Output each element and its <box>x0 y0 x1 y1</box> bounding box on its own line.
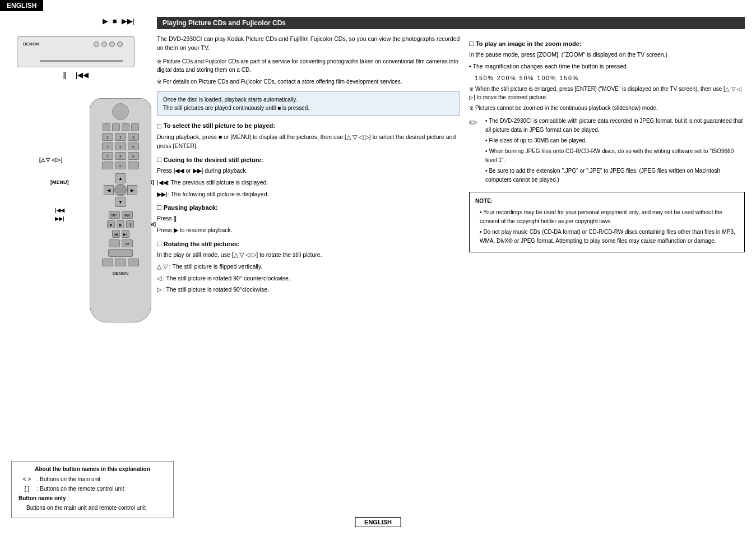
remote-btn-13: 9 <box>128 152 139 160</box>
dpad-center <box>114 184 127 196</box>
dpad-left: ◀ <box>104 185 114 195</box>
stop-icon: ■ <box>113 17 117 25</box>
cueing-line-0: Press |◀◀ or ▶▶| during playback. <box>157 166 460 176</box>
remote-btn-6: 2 <box>115 133 126 141</box>
dpad-up: ▲ <box>115 173 126 183</box>
remote-button-rows: 1 2 3 4 5 6 7 8 9 <box>92 123 149 266</box>
device-button-3 <box>109 41 115 47</box>
star-note-2: ※ For details on Picture CDs and Fujicol… <box>157 77 460 86</box>
intro-text: The DVD-2930CI can play Kodak Picture CD… <box>157 35 460 53</box>
device-button-2 <box>101 41 107 47</box>
remote-btn-11: 7 <box>102 152 113 160</box>
remote-btn-menu: MNU <box>122 211 133 219</box>
pencil-note-2: • When burning JPEG files onto CD-R/CD-R… <box>485 147 745 165</box>
device-brand: DENON <box>23 41 39 47</box>
remote-dpad: ▲ ▼ ◀ ▶ <box>104 173 137 207</box>
pausing-line-1: Press ▶ to resume playback. <box>157 225 460 235</box>
remote-btn-22 <box>109 239 120 247</box>
remote-brand-logo: DENON <box>92 271 149 276</box>
star-note-1: ※ Picture CDs and Fujicolor CDs are part… <box>157 57 460 74</box>
language-footer: ENGLISH <box>355 517 401 527</box>
rotating-intro: In the play or still mode, use [△ ▽ ◁ ▷]… <box>157 250 460 260</box>
dvd-player-device: DENON <box>17 36 134 67</box>
remote-btn-4 <box>131 123 139 131</box>
remote-btn-17: ■ <box>107 220 115 228</box>
dpad-down: ▼ <box>115 197 126 207</box>
remote-btn-9: 5 <box>115 142 126 150</box>
pencil-note-0: • The DVD-2930CI is compatible with pict… <box>485 117 745 135</box>
legend-bold-only: Button name only <box>18 495 66 501</box>
play-icon: ▶ <box>103 17 108 25</box>
remote-btn-12: 8 <box>115 152 126 160</box>
star-symbol-1: ※ <box>157 58 163 64</box>
disc-slot <box>40 60 123 62</box>
prev-label: |◀◀ <box>55 207 64 213</box>
rotating-line-0: △ ▽ : The still picture is flipped verti… <box>157 262 460 271</box>
left-column: The DVD-2930CI can play Kodak Picture CD… <box>157 35 460 297</box>
device-button-1 <box>94 41 99 47</box>
zoom-star1: ※ When the still picture is enlarged, pr… <box>469 85 745 102</box>
star-symbol-2: ※ <box>157 79 163 85</box>
remote-btn-14 <box>102 162 113 169</box>
remote-btn-wide <box>108 249 133 257</box>
remote-btn-16 <box>128 162 139 169</box>
pencil-note-3: • Be sure to add the extension ".JPG" or… <box>485 167 745 185</box>
remote-btn-21: ▶| <box>122 230 129 238</box>
remote-btn-zoom: ZM <box>122 239 133 247</box>
cueing-line-1: |◀◀: The previous still picture is displ… <box>157 178 460 187</box>
pencil-icon: ✏ <box>469 117 477 129</box>
pausing-heading: Pausing playback: <box>157 203 460 211</box>
legend-row-4: Buttons on the main unit and remote cont… <box>18 504 166 512</box>
prev-track-icon: |◀◀ <box>76 71 89 79</box>
pause-icon: ‖ <box>63 71 67 79</box>
menu-label: [MENU] <box>50 179 69 185</box>
note-bullet-1: • Do not play music CDs (CD-DA format) o… <box>480 228 739 246</box>
rotating-heading: Rotating the still pictures: <box>157 239 460 248</box>
zoom-star-sym-2: ※ <box>469 105 475 111</box>
two-column-layout: The DVD-2930CI can play Kodak Picture CD… <box>157 35 745 297</box>
remote-btn-24 <box>115 259 126 266</box>
remote-btn-15: 0 <box>115 162 126 169</box>
next-label: ▶▶| <box>55 216 64 222</box>
remote-btn-5: 1 <box>102 133 113 141</box>
legend-desc-1: : Buttons on the main unit <box>37 476 100 482</box>
dpad-label: [△ ▽ ◁ ▷] <box>39 157 63 163</box>
cueing-heading: Cueing to the desired still picture: <box>157 155 460 164</box>
remote-btn-8: 4 <box>102 142 113 150</box>
pencil-note-1: • File sizes of up to 30MB can be played… <box>485 136 745 145</box>
remote-btn-1 <box>103 123 110 131</box>
playback-icons-bottom: ‖ |◀◀ <box>11 71 140 79</box>
legend-sym-2: [ ] <box>18 485 35 493</box>
device-button-4 <box>117 41 123 47</box>
blue-note-line1: Once the disc is loaded, playback starts… <box>163 95 454 104</box>
pencil-notes-text: • The DVD-2930CI is compatible with pict… <box>481 117 745 186</box>
remote-btn-2 <box>112 123 120 131</box>
playback-icons-top: ▶ ■ ▶▶| <box>11 17 140 25</box>
language-header: ENGLISH <box>0 0 43 11</box>
legend-desc-4: Buttons on the main unit and remote cont… <box>26 505 146 511</box>
rotating-line-2: ▷ : The still picture is rotated 90°cloc… <box>157 285 460 294</box>
note-box-title: NOTE: <box>475 197 739 206</box>
note-bullet-0: • Your recordings may be used for your p… <box>480 208 739 226</box>
main-content: Playing Picture CDs and Fujicolor CDs Th… <box>157 17 745 518</box>
zoom-magnifications: 150% 200% 50% 100% 150% <box>469 73 745 83</box>
zoom-bullet: • The magnification changes each time th… <box>469 62 745 71</box>
legend-title: About the button names in this explanati… <box>18 466 166 472</box>
remote-btn-enter: ENT <box>109 211 120 219</box>
pausing-line-0: Press ‖ <box>157 214 460 223</box>
remote-btn-18: ▶ <box>117 220 124 228</box>
remote-btn-25 <box>128 259 139 266</box>
remote-btn-19: ‖ <box>126 220 134 228</box>
legend-desc-3: : <box>67 495 69 501</box>
legend-row-2: [ ] : Buttons on the remote control unit <box>18 485 166 493</box>
zoom-star-sym-1: ※ <box>469 86 475 92</box>
right-column: To play an image in the zoom mode: In th… <box>469 35 745 297</box>
zoom-star2: ※ Pictures cannot be zoomed in the conti… <box>469 104 745 112</box>
remote-btn-23 <box>102 259 113 266</box>
blue-note-box: Once the disc is loaded, playback starts… <box>157 91 460 116</box>
pencil-notes-area: ✏ • The DVD-2930CI is compatible with pi… <box>469 117 745 186</box>
remote-btn-20: |◀ <box>112 230 120 238</box>
zoom-heading: To play an image in the zoom mode: <box>469 39 745 48</box>
remote-control-container: [△ ▽ ◁ ▷] [MENU] [ENTER] |◀◀ ▶▶| [ZOOM] … <box>84 98 157 339</box>
legend-box: About the button names in this explanati… <box>11 461 174 518</box>
